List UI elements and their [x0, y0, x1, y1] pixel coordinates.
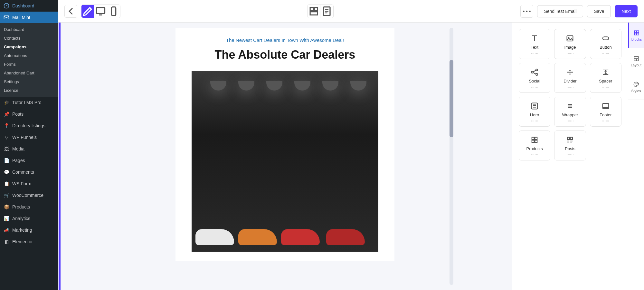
sidebar-sub-campaigns[interactable]: Campaigns — [0, 43, 58, 51]
save-button[interactable]: Save — [587, 5, 611, 17]
svg-rect-3 — [111, 7, 116, 15]
svg-rect-31 — [634, 56, 638, 58]
gauge-icon — [3, 3, 10, 9]
image-icon — [565, 34, 574, 43]
sidebar-sub-contacts[interactable]: Contacts — [0, 34, 58, 43]
sidebar-item-woocommerce[interactable]: 🛒WooCommerce — [0, 189, 58, 201]
svg-rect-26 — [571, 137, 573, 140]
comment-icon: 💬 — [3, 169, 10, 175]
block-spacer[interactable]: Spacer — [590, 63, 621, 93]
sidebar-item-analytics[interactable]: 📊Analytics — [0, 213, 58, 224]
scrollbar-thumb[interactable] — [450, 60, 453, 137]
sidebar-item-directory[interactable]: 📍Directory listings — [0, 120, 58, 131]
email-title[interactable]: The Absolute Car Dealers — [175, 48, 394, 62]
drag-handle-icon — [531, 154, 538, 157]
styles-tab-icon — [633, 81, 639, 88]
sidebar-item-posts[interactable]: 📌Posts — [0, 108, 58, 120]
sidebar-item-marketing[interactable]: 📣Marketing — [0, 224, 58, 236]
svg-point-34 — [635, 83, 636, 84]
document-view-button[interactable] — [320, 5, 333, 18]
svg-rect-33 — [636, 59, 638, 61]
edit-mode-button[interactable] — [81, 5, 94, 18]
sidebar-sub-settings[interactable]: Settings — [0, 77, 58, 86]
svg-rect-27 — [634, 31, 636, 33]
button-icon — [601, 34, 610, 43]
sidebar-item-dashboard[interactable]: Dashboard — [0, 0, 58, 12]
more-options-button[interactable] — [520, 5, 533, 18]
side-tab-styles[interactable]: Styles — [628, 74, 644, 100]
drag-handle-icon — [567, 154, 573, 157]
layout-view-button[interactable] — [308, 5, 320, 18]
block-divider[interactable]: Divider — [554, 63, 586, 93]
analytics-icon: 📊 — [3, 215, 10, 222]
canvas-accent-bar — [59, 23, 61, 290]
svg-point-10 — [529, 10, 531, 12]
side-tab-blocks[interactable]: Blocks — [628, 23, 644, 48]
drag-handle-icon — [602, 87, 609, 89]
products-block-icon — [530, 135, 539, 144]
block-posts[interactable]: Posts — [554, 130, 586, 160]
email-hero-image[interactable] — [192, 71, 378, 252]
sidebar-sub-forms[interactable]: Forms — [0, 60, 58, 69]
block-wrapper[interactable]: Wrapper — [554, 97, 586, 127]
side-tabs: Blocks Layout Styles — [628, 23, 644, 290]
sidebar-item-ws-form[interactable]: 📋WS Form — [0, 178, 58, 189]
sidebar-item-wp-funnels[interactable]: ▽WP Funnels — [0, 131, 58, 143]
svg-rect-13 — [602, 37, 609, 40]
svg-rect-23 — [532, 140, 534, 142]
svg-rect-5 — [314, 7, 317, 11]
graduation-icon: 🎓 — [3, 99, 10, 106]
sidebar-item-tutor-lms[interactable]: 🎓Tutor LMS Pro — [0, 97, 58, 108]
email-subtitle[interactable]: The Newest Cart Dealers In Town With Awe… — [175, 37, 394, 43]
sidebar-sub-licence[interactable]: Licence — [0, 86, 58, 95]
svg-rect-28 — [637, 31, 639, 33]
side-tab-layout[interactable]: Layout — [628, 48, 644, 74]
sidebar-item-mail-mint[interactable]: Mail Mint — [0, 12, 58, 23]
svg-rect-30 — [637, 33, 639, 35]
svg-rect-24 — [535, 140, 537, 142]
svg-rect-32 — [634, 59, 636, 61]
wrapper-icon — [565, 102, 574, 111]
form-icon: 📋 — [3, 180, 10, 187]
block-hero[interactable]: Hero — [519, 97, 550, 127]
editor-body: The Newest Cart Dealers In Town With Awe… — [58, 23, 644, 290]
sidebar-item-comments[interactable]: 💬Comments — [0, 166, 58, 178]
wp-admin-sidebar: Dashboard Mail Mint Dashboard Contacts C… — [0, 0, 58, 290]
block-button[interactable]: Button — [590, 29, 621, 59]
sidebar-item-elementor[interactable]: ◧Elementor — [0, 236, 58, 247]
email-canvas[interactable]: The Newest Cart Dealers In Town With Awe… — [175, 28, 394, 261]
canvas-wrapper[interactable]: The Newest Cart Dealers In Town With Awe… — [58, 23, 512, 290]
sidebar-sub-abandoned-cart[interactable]: Abandoned Cart — [0, 69, 58, 77]
block-footer[interactable]: Footer — [590, 97, 621, 127]
block-image[interactable]: Image — [554, 29, 586, 59]
divider-icon — [565, 68, 574, 77]
sidebar-item-pages[interactable]: 📄Pages — [0, 155, 58, 166]
blocks-grid: Text Image Button Social Divider Spacer … — [519, 29, 621, 160]
canvas-outer: The Newest Cart Dealers In Town With Awe… — [119, 28, 451, 285]
woo-icon: 🛒 — [3, 192, 10, 198]
mobile-preview-button[interactable] — [107, 5, 120, 18]
svg-rect-20 — [602, 107, 609, 109]
mode-toggle-group — [81, 5, 120, 18]
desktop-preview-button[interactable] — [94, 5, 107, 18]
canvas-scrollbar[interactable] — [450, 28, 453, 285]
sidebar-item-media[interactable]: 🖼Media — [0, 143, 58, 155]
back-button[interactable] — [64, 5, 77, 18]
products-icon: 📦 — [3, 204, 10, 210]
posts-block-icon — [565, 135, 574, 144]
sidebar-label: Dashboard — [12, 3, 34, 8]
next-button[interactable]: Next — [615, 5, 638, 17]
block-social[interactable]: Social — [519, 63, 550, 93]
send-test-email-button[interactable]: Send Test Email — [537, 5, 583, 17]
toolbar-center — [124, 5, 516, 18]
svg-point-36 — [637, 83, 638, 84]
sidebar-sub-automations[interactable]: Automations — [0, 51, 58, 60]
sidebar-sub-dashboard[interactable]: Dashboard — [0, 25, 58, 34]
block-products[interactable]: Products — [519, 130, 550, 160]
sidebar-item-products[interactable]: 📦Products — [0, 201, 58, 213]
svg-rect-11 — [567, 36, 573, 41]
text-icon — [530, 34, 539, 43]
drag-handle-icon — [531, 53, 538, 55]
block-text[interactable]: Text — [519, 29, 550, 59]
sidebar-label: Mail Mint — [12, 15, 30, 20]
